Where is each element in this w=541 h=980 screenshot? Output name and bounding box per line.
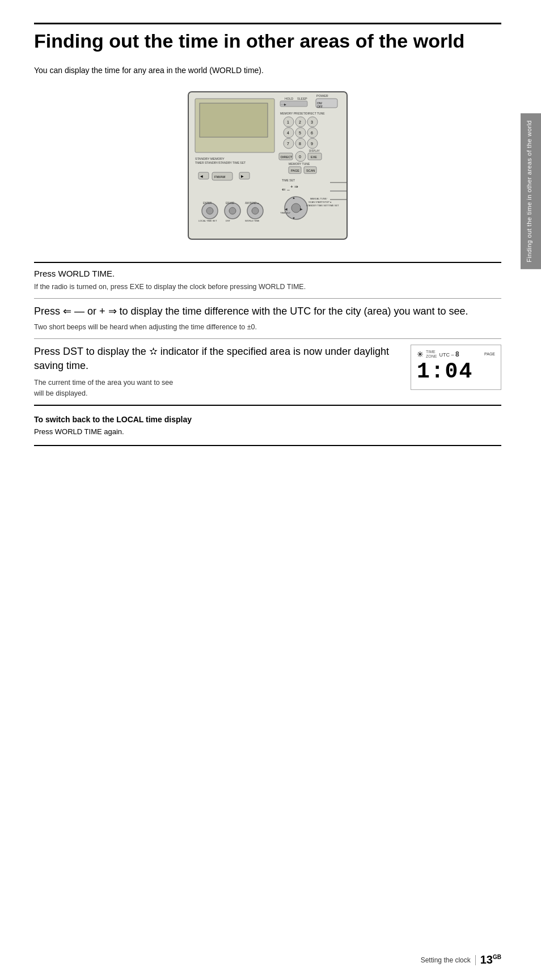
svg-text:ENTER: ENTER [203,202,212,205]
svg-text:▶: ▶ [241,175,244,178]
svg-text:TIME DLY: TIME DLY [280,211,290,214]
page-title: Finding out the time in other areas of t… [34,30,501,52]
page-container: Finding out the time in other areas of t… [0,0,541,980]
svg-text:OFF: OFF [317,105,323,108]
step-3-heading: Press DST to display the ✫ indicator if … [34,345,401,373]
footer-separator [475,955,476,965]
svg-text:TIME SET: TIME SET [282,179,295,182]
svg-rect-2 [200,103,268,137]
svg-text:FM/AM: FM/AM [214,175,225,179]
svg-text:3: 3 [311,120,313,124]
svg-text:5: 5 [299,131,301,135]
step-1-heading: Press WORLD TIME. [34,269,501,278]
svg-text:+ ⇒: + ⇒ [290,184,298,189]
svg-text:0: 0 [299,155,301,159]
svg-text:4: 4 [287,131,289,135]
svg-text:▲: ▲ [292,196,295,200]
side-tab: Finding out the time in other areas of t… [521,113,541,269]
svg-text:·····▶: ·····▶ [281,103,286,106]
footer-section-label: Setting the clock [421,956,471,964]
step-3-row: Press DST to display the ✫ indicator if … [34,339,501,406]
step-2-heading: Press ⇐ — or + ⇒ to display the time dif… [34,304,501,319]
switch-back-detail: Press WORLD TIME again. [34,427,501,436]
svg-text:STANDBY TIME SET/TIME SET: STANDBY TIME SET/TIME SET [306,204,339,207]
svg-text:SCAN: SCAN [306,169,315,172]
svg-text:6: 6 [311,131,313,135]
footer-page-number: 13GB [480,953,501,966]
svg-text:EXE: EXE [311,155,317,159]
svg-text:▼: ▼ [292,217,295,220]
svg-text:9: 9 [311,142,313,146]
intro-text: You can display the time for any area in… [34,66,501,75]
svg-text:LOCAL TIME SET: LOCAL TIME SET [198,219,217,222]
radio-svg: HOLD SLEEP POWER ON/ OFF ·····▶ MEMORY P… [171,86,364,251]
svg-text:1: 1 [287,120,289,124]
svg-text:PAGE: PAGE [291,169,299,172]
step-2-row: Press ⇐ — or + ⇒ to display the time dif… [34,299,501,339]
lcd-page-label: PAGE [484,352,495,356]
lcd-main-time: 1:04 [417,361,495,383]
svg-text:MANUAL TUNE/: MANUAL TUNE/ [310,197,327,200]
svg-text:◀: ◀ [200,175,203,178]
svg-point-56 [229,207,236,214]
svg-text:8: 8 [299,142,301,146]
svg-text:DISPLAY: DISPLAY [309,150,320,152]
top-rule [34,23,501,24]
svg-text:DST: DST [226,219,231,222]
svg-text:POWER: POWER [316,94,328,97]
svg-text:2: 2 [299,120,301,124]
lcd-labels: TIME ZONE [426,350,437,358]
lcd-display: ✳ TIME ZONE UTC – 8 PAGE 1:04 [411,345,501,390]
svg-point-58 [252,207,259,214]
svg-text:DIRECT: DIRECT [281,155,293,159]
svg-text:ERASE: ERASE [226,202,234,205]
svg-text:MEMORY PRESET/DIRECT TUNE: MEMORY PRESET/DIRECT TUNE [280,112,325,115]
svg-text:SCAN START/STOP ●: SCAN START/STOP ● [308,201,332,203]
step-3-detail: The current time of the area you want to… [34,377,401,399]
step-1-row: Press WORLD TIME. If the radio is turned… [34,263,501,299]
svg-text:AM BAND ●: AM BAND ● [245,202,259,205]
svg-text:MEMORY TUNE: MEMORY TUNE [289,162,310,166]
svg-text:SLEEP: SLEEP [297,97,307,100]
svg-text:STANDBY MEMORY: STANDBY MEMORY [195,157,225,160]
svg-text:WORLD TIME: WORLD TIME [245,219,260,222]
lcd-utc: UTC – 8 [439,350,459,358]
svg-text:◀: ◀ [285,207,288,211]
main-content: Finding out the time in other areas of t… [34,0,501,446]
device-illustration: HOLD SLEEP POWER ON/ OFF ·····▶ MEMORY P… [34,86,501,251]
svg-text:⇐ –: ⇐ – [282,187,290,192]
page-footer: Setting the clock 13GB [34,953,541,966]
svg-text:TIMER STANDBY/STANDBY TIME SET: TIMER STANDBY/STANDBY TIME SET [195,161,246,164]
svg-text:▶: ▶ [300,207,303,211]
step-2-detail: Two short beeps will be heard when adjus… [34,322,501,333]
switch-back-heading: To switch back to the LOCAL time display [34,415,501,424]
lcd-dst-symbol: ✳ [417,350,424,359]
lcd-top-row: ✳ TIME ZONE UTC – 8 PAGE [417,350,495,359]
footer-superscript: GB [493,954,501,960]
step-1-detail: If the radio is turned on, press EXE to … [34,282,501,292]
step-3-text: Press DST to display the ✫ indicator if … [34,345,401,399]
svg-point-54 [206,207,213,214]
svg-text:7: 7 [287,142,289,146]
svg-point-66 [291,203,301,213]
switch-back-section: To switch back to the LOCAL time display… [34,406,501,446]
svg-text:HOLD: HOLD [285,97,293,100]
